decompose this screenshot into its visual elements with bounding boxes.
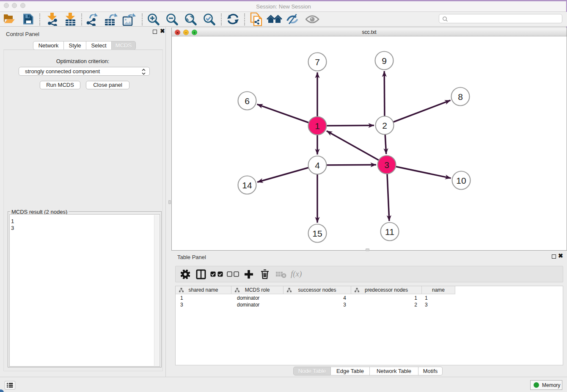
svg-text:1: 1	[315, 121, 320, 131]
svg-text:10: 10	[456, 176, 466, 185]
svg-text:7: 7	[315, 57, 320, 67]
svg-text:2: 2	[382, 121, 387, 130]
svg-text:15: 15	[312, 229, 322, 238]
svg-text:14: 14	[242, 180, 252, 190]
svg-text:4: 4	[315, 160, 320, 170]
svg-text:8: 8	[458, 92, 463, 102]
svg-text:9: 9	[382, 56, 387, 66]
svg-text:6: 6	[245, 96, 250, 106]
svg-text:3: 3	[384, 160, 389, 170]
svg-text:11: 11	[385, 227, 394, 237]
